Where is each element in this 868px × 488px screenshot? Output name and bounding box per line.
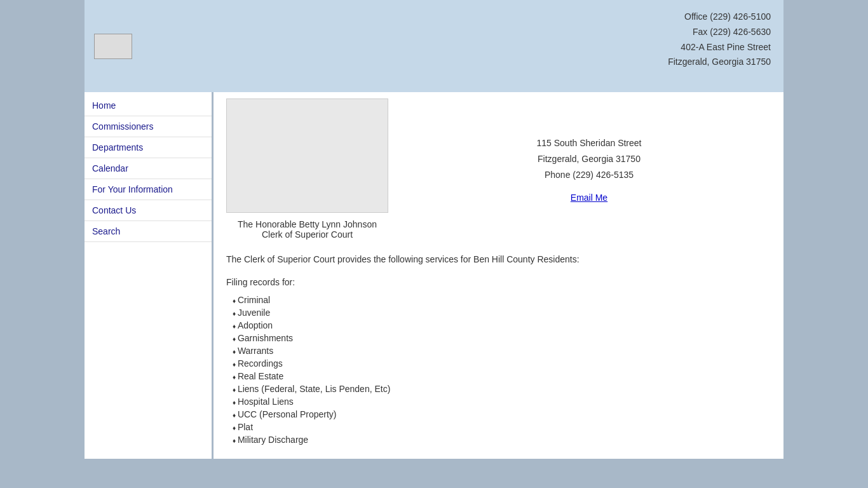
list-item: Military Discharge xyxy=(233,433,771,446)
list-item: Plat xyxy=(233,421,771,433)
sidebar-item-departments[interactable]: Departments xyxy=(85,137,212,158)
address-section: 115 South Sheridan Street Fitzgerald, Ge… xyxy=(407,98,771,240)
header-contact-info: Office (229) 426-5100 Fax (229) 426-5630… xyxy=(593,0,783,92)
list-item: Juvenile xyxy=(233,306,771,319)
address-line3: Phone (229) 426-5135 xyxy=(536,167,641,183)
profile-section: The Honorable Betty Lynn Johnson Clerk o… xyxy=(226,98,388,240)
address-info: 115 South Sheridan Street Fitzgerald, Ge… xyxy=(536,135,641,184)
header: Office (229) 426-5100 Fax (229) 426-5630… xyxy=(85,0,783,92)
list-item: Real Estate xyxy=(233,370,771,383)
address-line2: Fitzgerald, Georgia 31750 xyxy=(536,151,641,167)
filing-records-header: Filing records for: xyxy=(226,277,771,287)
list-item: Adoption xyxy=(233,319,771,332)
profile-image xyxy=(226,98,388,213)
list-item: Hospital Liens xyxy=(233,395,771,408)
list-item: Recordings xyxy=(233,357,771,370)
sidebar-item-commissioners[interactable]: Commissioners xyxy=(85,116,212,137)
list-item: Liens (Federal, State, Lis Penden, Etc) xyxy=(233,383,771,395)
office-fax: Fax (229) 426-5630 xyxy=(606,25,771,40)
list-item: Criminal xyxy=(233,294,771,306)
main-wrapper: HomeCommissionersDepartmentsCalendarFor … xyxy=(85,92,783,459)
sidebar-item-calendar[interactable]: Calendar xyxy=(85,158,212,179)
filing-list: CriminalJuvenileAdoptionGarnishmentsWarr… xyxy=(226,294,771,446)
profile-name-line1: The Honorable Betty Lynn Johnson xyxy=(226,219,388,229)
sidebar: HomeCommissionersDepartmentsCalendarFor … xyxy=(85,92,212,459)
profile-name-line2: Clerk of Superior Court xyxy=(226,229,388,240)
logo-image xyxy=(94,34,132,59)
email-me-link[interactable]: Email Me xyxy=(571,193,607,203)
address-line1: 115 South Sheridan Street xyxy=(536,135,641,151)
list-item: Garnishments xyxy=(233,332,771,344)
sidebar-item-home[interactable]: Home xyxy=(85,95,212,116)
sidebar-item-for-your-information[interactable]: For Your Information xyxy=(85,179,212,200)
office-city: Fitzgerald, Georgia 31750 xyxy=(606,55,771,70)
list-item: UCC (Personal Property) xyxy=(233,408,771,421)
office-phone: Office (229) 426-5100 xyxy=(606,10,771,25)
main-content: The Honorable Betty Lynn Johnson Clerk o… xyxy=(212,92,783,459)
office-address: 402-A East Pine Street xyxy=(606,40,771,55)
sidebar-item-search[interactable]: Search xyxy=(85,221,212,242)
description-text: The Clerk of Superior Court provides the… xyxy=(226,252,771,268)
sidebar-item-contact-us[interactable]: Contact Us xyxy=(85,200,212,221)
content-top: The Honorable Betty Lynn Johnson Clerk o… xyxy=(226,98,771,240)
header-logo-area xyxy=(85,0,593,92)
list-item: Warrants xyxy=(233,344,771,357)
